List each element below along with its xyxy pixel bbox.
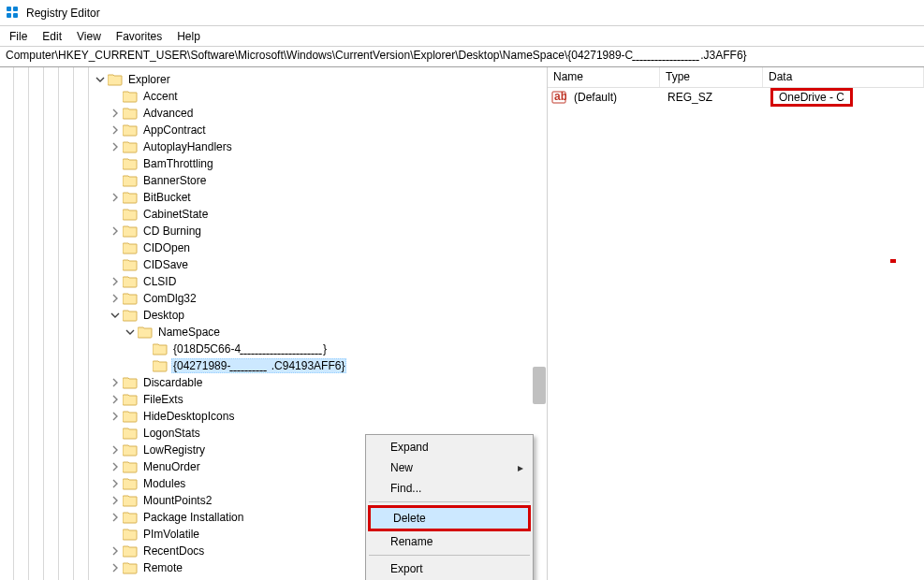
- menu-file[interactable]: File: [2, 28, 35, 45]
- tree-expander-icon[interactable]: [109, 292, 122, 305]
- tree-node-clsid[interactable]: CLSID: [0, 273, 547, 290]
- cm-expand[interactable]: Expand: [368, 437, 531, 457]
- value-row[interactable]: ab (Default) REG_SZ OneDrive - C: [548, 88, 924, 107]
- cm-delete-highlighted: Delete: [368, 505, 531, 531]
- tree-node-autoplayhandlers[interactable]: AutoplayHandlers: [0, 138, 547, 155]
- svg-rect-0: [7, 7, 11, 11]
- titlebar: Registry Editor: [0, 0, 924, 26]
- tree-item-label: MountPoints2: [141, 494, 213, 507]
- tree-expander-icon[interactable]: [109, 511, 122, 524]
- folder-icon: [123, 477, 138, 490]
- tree-item-label: BannerStore: [141, 174, 208, 187]
- folder-icon: [123, 393, 138, 406]
- tree-item-label: Modules: [141, 477, 187, 490]
- tree-expander-icon[interactable]: [109, 140, 122, 153]
- menu-view[interactable]: View: [69, 28, 109, 45]
- tree-node-cabinetstate[interactable]: CabinetState: [0, 206, 547, 223]
- regedit-app-icon: [6, 6, 21, 21]
- tree-expander-icon[interactable]: [109, 494, 122, 507]
- col-header-name[interactable]: Name: [548, 67, 660, 87]
- submenu-arrow-icon: ▸: [518, 461, 523, 474]
- cm-export[interactable]: Export: [368, 558, 531, 579]
- folder-icon: [123, 494, 138, 507]
- tree-item-label: {018D5C66-4 ̱ ̱ ̱ ̱ ̱ ̱ ̱ ̱ ̱ ̱ ̱ ̱ ̱ ̱ …: [171, 342, 329, 355]
- tree-item-label: ComDlg32: [141, 292, 198, 305]
- cm-delete[interactable]: Delete: [371, 508, 528, 529]
- tree-node-desktop[interactable]: Desktop: [0, 307, 547, 324]
- tree-node-appcontract[interactable]: AppContract: [0, 122, 547, 138]
- folder-icon: [123, 241, 138, 254]
- folder-icon: [123, 376, 138, 389]
- tree-item-label: Remote: [141, 561, 184, 574]
- address-path: Computer\HKEY_CURRENT_USER\Software\Micr…: [6, 49, 747, 62]
- tree-expander-icon[interactable]: [94, 73, 107, 86]
- menu-favorites[interactable]: Favorites: [109, 28, 169, 45]
- tree-expander-icon[interactable]: [109, 309, 122, 322]
- folder-icon: [123, 174, 138, 187]
- tree-node-cidsave[interactable]: CIDSave: [0, 256, 547, 273]
- col-header-type[interactable]: Type: [660, 67, 763, 87]
- tree-node-explorer[interactable]: Explorer: [0, 71, 547, 88]
- menu-edit[interactable]: Edit: [35, 28, 69, 45]
- menu-help[interactable]: Help: [169, 28, 208, 45]
- tree-expander-icon[interactable]: [109, 443, 122, 457]
- tree-node-fileexts[interactable]: FileExts: [0, 391, 547, 408]
- col-header-data[interactable]: Data: [763, 67, 924, 87]
- tree-node-bitbucket[interactable]: BitBucket: [0, 189, 547, 206]
- tree-scrollbar-thumb[interactable]: [533, 367, 546, 404]
- value-name: (Default): [570, 91, 664, 104]
- tree-expander-icon[interactable]: [109, 561, 122, 574]
- window-title: Registry Editor: [26, 7, 100, 20]
- folder-icon: [123, 258, 138, 271]
- tree-expander-icon[interactable]: [109, 107, 122, 120]
- tree-node-bannerstore[interactable]: BannerStore: [0, 172, 547, 189]
- tree-expander-icon[interactable]: [109, 410, 122, 423]
- tree-item-label: AppContract: [141, 123, 208, 137]
- folder-icon: [123, 140, 138, 153]
- tree-node-bamthrottling[interactable]: BamThrottling: [0, 155, 547, 172]
- tree-node-cidopen[interactable]: CIDOpen: [0, 239, 547, 256]
- tree-expander-icon[interactable]: [109, 123, 122, 137]
- tree-node-cd-burning[interactable]: CD Burning: [0, 223, 547, 239]
- value-data-highlighted: OneDrive - C: [770, 88, 853, 107]
- tree-expander-icon[interactable]: [109, 225, 122, 238]
- address-bar[interactable]: Computer\HKEY_CURRENT_USER\Software\Micr…: [0, 47, 924, 67]
- menubar: File Edit View Favorites Help: [0, 26, 924, 47]
- tree-expander-icon[interactable]: [109, 544, 122, 558]
- folder-icon: [123, 561, 138, 574]
- tree-expander-icon[interactable]: [109, 393, 122, 406]
- tree-node-hidedesktopicons[interactable]: HideDesktopIcons: [0, 408, 547, 425]
- cm-rename[interactable]: Rename: [368, 531, 531, 552]
- tree-expander-icon[interactable]: [109, 191, 122, 204]
- cm-new[interactable]: New ▸: [368, 457, 531, 478]
- value-data-wrapper: OneDrive - C: [767, 88, 924, 107]
- tree-expander-icon[interactable]: [124, 326, 137, 339]
- tree-node-discardable[interactable]: Discardable: [0, 374, 547, 391]
- tree-expander-icon[interactable]: [109, 376, 122, 389]
- string-value-icon: ab: [551, 90, 566, 105]
- tree-node-guid-2-selected[interactable]: {04271989- ̱ ̱ ̱ ̱ ̱ ̱ ̱ ̱ ̱ ̱ .C94193AF…: [0, 357, 547, 374]
- folder-icon: [123, 528, 138, 541]
- tree-node-comdlg32[interactable]: ComDlg32: [0, 290, 547, 307]
- tree-item-label: RecentDocs: [141, 544, 206, 558]
- cm-find[interactable]: Find...: [368, 478, 531, 499]
- tree-node-advanced[interactable]: Advanced: [0, 105, 547, 122]
- svg-rect-1: [7, 13, 11, 18]
- tree-expander-icon[interactable]: [109, 460, 122, 473]
- tree-node-namespace[interactable]: NameSpace: [0, 324, 547, 341]
- tree-item-label: LogonStats: [141, 427, 202, 440]
- tree-expander-icon[interactable]: [109, 477, 122, 490]
- folder-icon: [153, 359, 168, 372]
- cm-separator: [369, 555, 530, 556]
- folder-icon: [123, 275, 138, 288]
- values-header: Name Type Data: [548, 67, 924, 88]
- tree-expander-icon[interactable]: [109, 275, 122, 288]
- context-menu: Expand New ▸ Find... Delete Rename Expor…: [365, 434, 534, 580]
- tree-item-label: Advanced: [141, 107, 195, 120]
- folder-icon: [138, 326, 153, 339]
- tree-node-accent[interactable]: Accent: [0, 88, 547, 105]
- tree-item-label: HideDesktopIcons: [141, 410, 236, 423]
- tree-item-label: BitBucket: [141, 191, 193, 204]
- folder-icon: [123, 427, 138, 440]
- tree-node-guid-1[interactable]: {018D5C66-4 ̱ ̱ ̱ ̱ ̱ ̱ ̱ ̱ ̱ ̱ ̱ ̱ ̱ ̱ …: [0, 341, 547, 357]
